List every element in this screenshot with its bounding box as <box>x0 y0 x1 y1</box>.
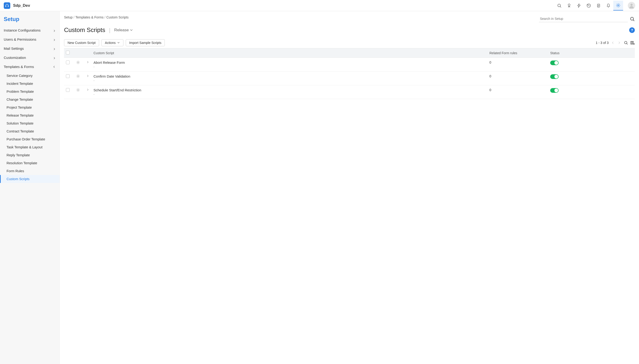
related-form-rules: 0 <box>487 72 548 85</box>
column-settings-button[interactable] <box>630 40 635 45</box>
sidebar-item-service-category[interactable]: Service Category <box>0 72 60 80</box>
gear-icon[interactable] <box>613 1 623 10</box>
chevron-right-icon <box>53 47 56 50</box>
topbar: Sdp_Dev <box>0 0 639 11</box>
row-settings-button[interactable] <box>76 89 80 92</box>
script-name[interactable]: Abort Release Form <box>94 60 486 64</box>
module-selector[interactable]: Release <box>114 28 133 32</box>
history-icon[interactable] <box>584 1 594 10</box>
bell-icon[interactable] <box>603 1 613 10</box>
table-row: Confirm Date Validation-0 <box>64 72 635 85</box>
sidebar-group-mail-settings[interactable]: Mail Settings <box>0 44 60 53</box>
import-sample-scripts-button[interactable]: Import Sample Scripts <box>126 39 165 46</box>
expand-row-button[interactable] <box>87 74 89 78</box>
sidebar-group-templates-forms[interactable]: Templates & Forms <box>0 62 60 71</box>
table-row: Schedule Start/End Restriction-0 <box>64 85 635 99</box>
pagination-text: 1 - 3 of 3 <box>596 41 609 44</box>
sidebar-group-label: Instance Configurations <box>4 28 41 32</box>
row-checkbox[interactable] <box>66 88 70 92</box>
sidebar-item-release-template[interactable]: Release Template <box>0 112 60 120</box>
status-toggle[interactable] <box>550 60 559 65</box>
sidebar-item-project-template[interactable]: Project Template <box>0 104 60 112</box>
next-page-button[interactable] <box>617 40 622 45</box>
app-title: Sdp_Dev <box>13 3 30 8</box>
search-icon[interactable] <box>630 16 635 22</box>
script-sub: - <box>94 79 486 82</box>
chevron-right-icon <box>53 29 56 32</box>
expand-row-button[interactable] <box>87 60 89 64</box>
row-settings-button[interactable] <box>76 61 80 65</box>
chevron-down-icon <box>130 28 133 32</box>
sidebar: Setup Instance ConfigurationsUsers & Per… <box>0 11 60 364</box>
sidebar-item-task-template-layout[interactable]: Task Template & Layout <box>0 143 60 151</box>
script-sub: - <box>94 92 486 96</box>
status-toggle[interactable] <box>550 88 559 93</box>
column-header-rules: Related Form rules <box>487 48 548 58</box>
script-name[interactable]: Confirm Date Validation <box>94 74 486 78</box>
table-search-button[interactable] <box>623 40 628 45</box>
table-row: Abort Release Form-0 <box>64 58 635 72</box>
sidebar-item-problem-template[interactable]: Problem Template <box>0 88 60 96</box>
row-settings-button[interactable] <box>76 75 80 79</box>
sidebar-group-users-permissions[interactable]: Users & Permissions <box>0 35 60 44</box>
bolt-icon[interactable] <box>574 1 584 10</box>
script-name[interactable]: Schedule Start/End Restriction <box>94 88 486 92</box>
breadcrumb-custom-scripts: Custom Scripts <box>106 16 129 19</box>
expand-row-button[interactable] <box>87 88 89 92</box>
column-header-name: Custom Script <box>92 48 487 58</box>
sidebar-item-solution-template[interactable]: Solution Template <box>0 120 60 127</box>
breadcrumb: Setup/Templates & Forms/Custom Scripts <box>64 16 129 19</box>
search-setup <box>539 16 635 22</box>
prev-page-button[interactable] <box>610 40 615 45</box>
sidebar-group-label: Users & Permissions <box>4 38 36 41</box>
new-custom-script-button[interactable]: New Custom Script <box>64 39 99 46</box>
search-setup-input[interactable] <box>539 16 628 22</box>
pagination: 1 - 3 of 3 <box>596 40 635 45</box>
breadcrumb-templates-forms[interactable]: Templates & Forms <box>75 16 104 19</box>
sidebar-group-label: Mail Settings <box>4 46 24 50</box>
row-checkbox[interactable] <box>66 74 70 78</box>
chevron-down-icon <box>53 66 56 68</box>
breadcrumb-setup[interactable]: Setup <box>64 16 73 19</box>
module-selector-label: Release <box>114 28 129 32</box>
sidebar-item-custom-scripts[interactable]: Custom Scripts <box>0 175 60 183</box>
custom-scripts-table: Custom Script Related Form rules Status … <box>64 48 635 99</box>
column-header-status: Status <box>548 48 635 58</box>
sidebar-item-reply-template[interactable]: Reply Template <box>0 151 60 159</box>
sidebar-item-form-rules[interactable]: Form Rules <box>0 167 60 175</box>
sidebar-group-customization[interactable]: Customization <box>0 53 60 62</box>
search-icon[interactable] <box>554 1 564 10</box>
related-form-rules: 0 <box>487 85 548 99</box>
sidebar-item-change-template[interactable]: Change Template <box>0 96 60 104</box>
help-button[interactable]: ? <box>629 27 635 33</box>
pin-icon[interactable] <box>564 1 574 10</box>
actions-button[interactable]: Actions <box>102 39 123 46</box>
row-checkbox[interactable] <box>66 60 70 64</box>
app-logo[interactable] <box>4 2 10 9</box>
chevron-down-icon <box>117 41 120 44</box>
avatar[interactable] <box>628 2 635 9</box>
sidebar-item-resolution-template[interactable]: Resolution Template <box>0 159 60 167</box>
main-content: Setup/Templates & Forms/Custom Scripts C… <box>60 11 639 364</box>
chevron-right-icon <box>53 56 56 59</box>
sidebar-group-label: Customization <box>4 56 26 60</box>
select-all-checkbox[interactable] <box>66 51 70 54</box>
chevron-right-icon <box>53 38 56 41</box>
related-form-rules: 0 <box>487 58 548 72</box>
sidebar-item-contract-template[interactable]: Contract Template <box>0 127 60 135</box>
sidebar-group-instance-configurations[interactable]: Instance Configurations <box>0 26 60 35</box>
script-sub: - <box>94 65 486 68</box>
sidebar-item-purchase-order-template[interactable]: Purchase Order Template <box>0 135 60 143</box>
clipboard-icon[interactable] <box>594 1 603 10</box>
sidebar-group-label: Templates & Forms <box>4 65 34 69</box>
status-toggle[interactable] <box>550 74 559 79</box>
sidebar-title: Setup <box>0 14 60 26</box>
page-title: Custom Scripts <box>64 26 105 34</box>
topbar-icons <box>554 1 623 10</box>
sidebar-item-incident-template[interactable]: Incident Template <box>0 80 60 88</box>
